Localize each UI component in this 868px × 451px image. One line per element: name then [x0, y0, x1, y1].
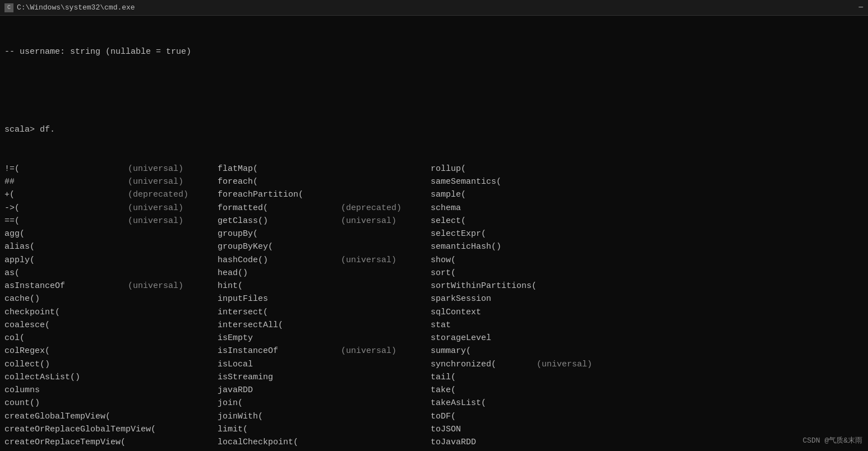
col1-cell: checkpoint( — [4, 306, 128, 319]
col1-cell: asInstanceOf — [4, 280, 128, 292]
col5-cell: stat — [431, 319, 451, 332]
table-row: asInstanceOf(universal)hint(sortWithinPa… — [4, 280, 864, 292]
col3-cell: inputFiles — [218, 292, 341, 305]
table-row: !=((universal)flatMap(rollup( — [4, 162, 864, 175]
col5-cell: schema — [431, 202, 461, 215]
col3-cell: limit( — [218, 423, 341, 436]
col5-cell: sortWithinPartitions( — [431, 280, 537, 292]
header-line: -- username: string (nullable = true) — [4, 45, 864, 58]
table-row: apply(hashCode()(universal)show( — [4, 254, 864, 267]
col3-cell: isEmpty — [218, 332, 341, 345]
col5-cell: rollup( — [431, 162, 466, 175]
col1-cell: collect() — [4, 358, 128, 371]
col5-cell: selectExpr( — [431, 227, 486, 240]
col1-cell: alias( — [4, 240, 128, 253]
col5-cell: select( — [431, 215, 466, 227]
col1-cell: agg( — [4, 227, 128, 240]
col3-cell: isInstanceOf — [218, 345, 341, 357]
empty-line — [4, 84, 864, 97]
table-row: createGlobalTempView(joinWith(toDF( — [4, 410, 864, 423]
table-row: createOrReplaceGlobalTempView(limit(toJS… — [4, 423, 864, 436]
col3-cell: localCheckpoint( — [218, 436, 341, 449]
col1-cell: ->( — [4, 202, 128, 215]
title-bar-controls[interactable]: − — [858, 3, 864, 13]
table-row: checkpoint(intersect(sqlContext — [4, 306, 864, 319]
col1-cell: createGlobalTempView( — [4, 410, 128, 423]
col2-cell: (universal) — [128, 202, 218, 215]
col5-cell: tail( — [431, 371, 456, 384]
col3-cell: hashCode() — [218, 254, 341, 267]
col2-cell: (universal) — [128, 175, 218, 188]
col1-cell: coalesce( — [4, 319, 128, 332]
col3-cell: isStreaming — [218, 371, 341, 384]
col3-cell: foreachPartition( — [218, 188, 341, 201]
col2-cell: (deprecated) — [128, 188, 218, 201]
col3-cell: intersectAll( — [218, 319, 341, 332]
col1-cell: colRegex( — [4, 345, 128, 357]
col5-cell: semanticHash() — [431, 240, 501, 253]
table-row: as(head()sort( — [4, 267, 864, 280]
watermark: CSDN @气质&末雨 — [802, 435, 862, 445]
minimize-button[interactable]: − — [858, 3, 864, 13]
col1-cell: createOrReplaceTempView( — [4, 436, 128, 449]
col3-cell: joinWith( — [218, 410, 341, 423]
col2-cell: (universal) — [128, 280, 218, 292]
col4-cell: (universal) — [341, 254, 431, 267]
title-bar-title: C:\Windows\system32\cmd.exe — [17, 3, 135, 12]
table-row: createOrReplaceTempView(localCheckpoint(… — [4, 436, 864, 449]
table-row: coalesce(intersectAll(stat — [4, 319, 864, 332]
col4-cell: (universal) — [341, 215, 431, 227]
table-row: collectAsList()isStreamingtail( — [4, 371, 864, 384]
col4-cell: (deprecated) — [341, 202, 431, 215]
col5-cell: sqlContext — [431, 306, 481, 319]
col1-cell: collectAsList() — [4, 371, 128, 384]
table-row: count()join(takeAsList( — [4, 397, 864, 410]
col1-cell: apply( — [4, 254, 128, 267]
col1-cell: col( — [4, 332, 128, 345]
col5-cell: toDF( — [431, 410, 456, 423]
col5-cell: takeAsList( — [431, 397, 486, 410]
col1-cell: as( — [4, 267, 128, 280]
table-row: +((deprecated)foreachPartition(sample( — [4, 188, 864, 201]
table-row: col(isEmptystorageLevel — [4, 332, 864, 345]
col2-cell: (universal) — [128, 162, 218, 175]
col1-cell: ## — [4, 175, 128, 188]
col5-cell: sameSemantics( — [431, 175, 501, 188]
col3-cell: groupBy( — [218, 227, 341, 240]
col1-cell: +( — [4, 188, 128, 201]
col1-cell: cache() — [4, 292, 128, 305]
col4-cell: (universal) — [341, 345, 431, 357]
col5-cell: toJavaRDD — [431, 436, 476, 449]
terminal-content: -- username: string (nullable = true) sc… — [0, 16, 868, 451]
table-row: agg(groupBy(selectExpr( — [4, 227, 864, 240]
col3-cell: isLocal — [218, 358, 341, 371]
table-row: ##(universal)foreach(sameSemantics( — [4, 175, 864, 188]
col5-cell: show( — [431, 254, 456, 267]
col3-cell: getClass() — [218, 215, 341, 227]
col3-cell: join( — [218, 397, 341, 410]
prompt-text: scala> df. — [4, 123, 55, 136]
col3-cell: formatted( — [218, 202, 341, 215]
col3-cell: map( — [218, 449, 341, 451]
col1-cell: ==( — [4, 215, 128, 227]
col5-cell: sample( — [431, 188, 466, 201]
col3-cell: foreach( — [218, 175, 341, 188]
table-row: alias(groupByKey(semanticHash() — [4, 240, 864, 253]
col3-cell: groupByKey( — [218, 240, 341, 253]
col1-cell: createOrReplaceGlobalTempView( — [4, 423, 128, 436]
col1-cell: count() — [4, 397, 128, 410]
title-bar-left: C C:\Windows\system32\cmd.exe — [4, 3, 135, 12]
col5-cell: take( — [431, 384, 456, 397]
col1-cell: !=( — [4, 162, 128, 175]
table-row: collect()isLocalsynchronized( (universal… — [4, 358, 864, 371]
col3-cell: flatMap( — [218, 162, 341, 175]
prompt-line: scala> df. — [4, 123, 864, 136]
col5-cell: storageLevel — [431, 332, 491, 345]
col5-cell: sort( — [431, 267, 456, 280]
header-text: -- username: string (nullable = true) — [4, 45, 191, 58]
table-row: createTempView(map(toLocalIterator() — [4, 449, 864, 451]
col1-cell: createTempView( — [4, 449, 128, 451]
col5-cell: toLocalIterator() — [431, 449, 516, 451]
table-row: ->((universal)formatted((deprecated)sche… — [4, 202, 864, 215]
col5-universal: (universal) — [537, 358, 592, 371]
